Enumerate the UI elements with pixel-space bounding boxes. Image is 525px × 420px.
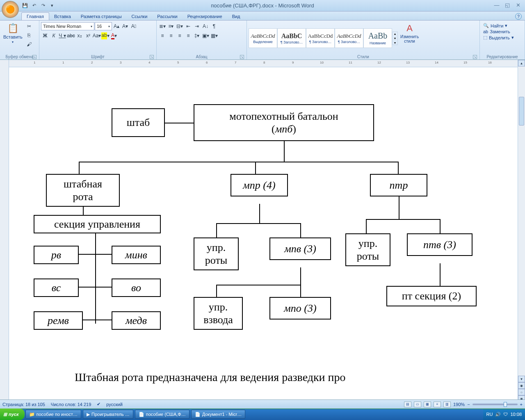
restore-icon[interactable]: ◱ bbox=[503, 2, 512, 8]
paste-button[interactable]: 📋 Вставить ▾ bbox=[2, 22, 24, 45]
style-swatch[interactable]: AaBbCcDdВыделение bbox=[249, 28, 277, 48]
tab-insert[interactable]: Вставка bbox=[49, 13, 76, 20]
zoom-in-button[interactable]: + bbox=[520, 402, 523, 407]
launcher-icon[interactable]: ↘ bbox=[473, 55, 477, 59]
change-styles-button[interactable]: A Изменить стили bbox=[399, 22, 420, 54]
status-spellcheck-icon[interactable]: ✔ bbox=[97, 402, 100, 407]
status-words[interactable]: Число слов: 14 219 bbox=[51, 402, 91, 407]
view-print-layout-button[interactable]: ▤ bbox=[404, 402, 411, 407]
indent-button[interactable]: ⇥ bbox=[193, 22, 201, 30]
connector bbox=[284, 141, 285, 162]
highlight-button[interactable]: ab▾ bbox=[101, 32, 110, 40]
select-button[interactable]: ⬚Выделить ▾ bbox=[483, 35, 514, 40]
tab-references[interactable]: Ссылки bbox=[127, 13, 153, 20]
bullets-button[interactable]: ≣▾ bbox=[158, 22, 167, 30]
view-fullscreen-button[interactable]: ▭ bbox=[414, 402, 421, 407]
taskbar-item[interactable]: ▶Проигрыватель … bbox=[83, 410, 133, 419]
group-styles: AaBbCcDdВыделение AaBbC¶ Заголово… AaBbC… bbox=[247, 21, 480, 59]
numbering-button[interactable]: ≡▾ bbox=[167, 22, 175, 30]
undo-icon[interactable]: ↶ bbox=[30, 2, 38, 9]
justify-button[interactable]: ≡ bbox=[184, 32, 192, 40]
clear-format-icon[interactable]: Aͯ bbox=[130, 22, 138, 30]
sort-button[interactable]: A↓ bbox=[201, 22, 210, 30]
strike-button[interactable]: abc bbox=[67, 32, 75, 40]
scroll-down-icon[interactable]: ▼ bbox=[518, 376, 525, 382]
line-spacing-button[interactable]: ‡▾ bbox=[193, 32, 201, 40]
style-swatch[interactable]: AaBbC¶ Заголово… bbox=[277, 28, 306, 48]
cut-icon[interactable]: ✂ bbox=[25, 22, 33, 30]
tab-home[interactable]: Главная bbox=[21, 12, 49, 20]
view-web-button[interactable]: ▦ bbox=[424, 402, 431, 407]
bold-button[interactable]: Ж bbox=[41, 32, 49, 40]
font-color-button[interactable]: A▾ bbox=[110, 32, 118, 40]
vertical-scrollbar[interactable]: ▲ ▼ ◉ ○ ◉ bbox=[518, 60, 525, 402]
zoom-slider[interactable] bbox=[472, 404, 518, 405]
outdent-button[interactable]: ⇤ bbox=[184, 22, 192, 30]
status-language[interactable]: русский bbox=[106, 402, 122, 407]
horizontal-ruler[interactable]: 112345678910111213141516 bbox=[9, 60, 518, 67]
grow-font-icon[interactable]: A▴ bbox=[112, 22, 121, 30]
zoom-handle[interactable] bbox=[504, 402, 507, 407]
shading-button[interactable]: ▣▾ bbox=[201, 32, 210, 40]
align-left-button[interactable]: ≡ bbox=[158, 32, 167, 40]
taskbar-item[interactable]: 📁пособие по иност… bbox=[25, 410, 81, 419]
start-button[interactable]: ⊞пуск bbox=[0, 409, 25, 420]
page-viewport[interactable]: штаб мотопехотный батальон(мпб) штабнаяр… bbox=[9, 67, 518, 402]
borders-button[interactable]: ▦▾ bbox=[210, 32, 218, 40]
style-swatch[interactable]: AaBbНазвание bbox=[363, 28, 392, 48]
launcher-icon[interactable]: ↘ bbox=[150, 55, 154, 59]
media-player-icon: ▶ bbox=[87, 412, 90, 417]
redo-icon[interactable]: ↷ bbox=[39, 2, 47, 9]
font-name-combo[interactable]: Times New Roman▾ bbox=[41, 22, 94, 30]
change-case-button[interactable]: Aa▾ bbox=[93, 32, 101, 40]
align-right-button[interactable]: ≡ bbox=[176, 32, 184, 40]
tab-mailings[interactable]: Рассылки bbox=[152, 13, 182, 20]
format-painter-icon[interactable]: 🖌 bbox=[25, 40, 33, 48]
align-center-button[interactable]: ≡ bbox=[167, 32, 175, 40]
shrink-font-icon[interactable]: A▾ bbox=[121, 22, 129, 30]
box-rv: рв bbox=[34, 246, 79, 264]
scroll-up-icon[interactable]: ▲ bbox=[518, 60, 525, 66]
subscript-button[interactable]: x₂ bbox=[75, 32, 84, 40]
styles-more-button[interactable]: ▴▾▾ bbox=[392, 32, 398, 45]
browse-object-icon[interactable]: ○ bbox=[518, 389, 525, 395]
taskbar-item[interactable]: 📄пособие (США,Ф… bbox=[135, 410, 189, 419]
multilevel-button[interactable]: ⊟▾ bbox=[176, 22, 184, 30]
minimize-icon[interactable]: — bbox=[492, 2, 501, 8]
close-icon[interactable]: ✕ bbox=[514, 2, 523, 8]
zoom-level[interactable]: 190% bbox=[453, 402, 465, 407]
box-vo: во bbox=[112, 278, 161, 297]
find-button[interactable]: 🔍Найти ▾ bbox=[483, 23, 514, 28]
scroll-thumb[interactable] bbox=[519, 97, 524, 126]
launcher-icon[interactable]: ↘ bbox=[240, 55, 244, 59]
tray-icon[interactable]: 🛡 bbox=[503, 412, 508, 417]
launcher-icon[interactable]: ↘ bbox=[32, 55, 37, 59]
status-page[interactable]: Страница: 18 из 105 bbox=[2, 402, 45, 407]
taskbar-item[interactable]: 📄Документ1 - Micr… bbox=[191, 410, 245, 419]
font-size-combo[interactable]: 16▾ bbox=[95, 22, 112, 30]
copy-icon[interactable]: ⎘ bbox=[25, 31, 33, 39]
tab-view[interactable]: Вид bbox=[227, 13, 245, 20]
tray-clock[interactable]: 10:08 bbox=[510, 412, 522, 417]
superscript-button[interactable]: x² bbox=[84, 32, 92, 40]
replace-button[interactable]: abЗаменить bbox=[483, 29, 514, 34]
italic-button[interactable]: К bbox=[50, 32, 58, 40]
help-icon[interactable]: ? bbox=[515, 13, 522, 20]
zoom-out-button[interactable]: − bbox=[467, 402, 470, 407]
vertical-ruler[interactable] bbox=[0, 60, 9, 402]
show-marks-button[interactable]: ¶ bbox=[210, 22, 218, 30]
prev-page-icon[interactable]: ◉ bbox=[518, 382, 525, 389]
tab-layout[interactable]: Разметка страницы bbox=[76, 13, 127, 20]
office-button[interactable]: 🟠 bbox=[2, 1, 19, 18]
view-draft-button[interactable]: ▥ bbox=[443, 402, 451, 407]
save-icon[interactable]: 💾 bbox=[21, 2, 29, 9]
view-outline-button[interactable]: ≡ bbox=[434, 402, 441, 407]
tray-icon[interactable]: 🔊 bbox=[495, 412, 501, 417]
underline-button[interactable]: Ч ▾ bbox=[58, 32, 66, 40]
connector bbox=[366, 219, 440, 220]
style-swatch[interactable]: AaBbCcDd¶ Заголово… bbox=[335, 28, 363, 48]
style-swatch[interactable]: AaBbCcDd¶ Заголово… bbox=[306, 28, 335, 48]
qat-more-icon[interactable]: ▾ bbox=[48, 2, 56, 9]
tab-review[interactable]: Рецензирование bbox=[183, 13, 227, 20]
tray-lang[interactable]: RU bbox=[486, 412, 493, 417]
